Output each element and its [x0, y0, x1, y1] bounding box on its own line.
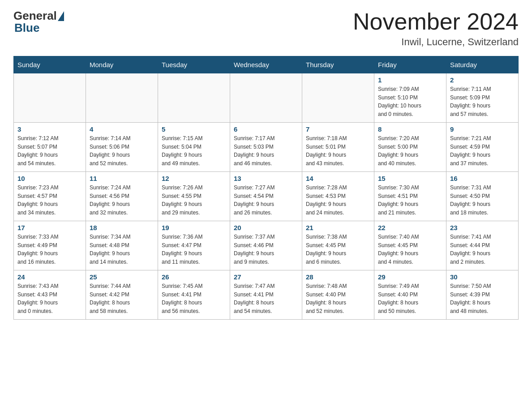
day-number: 12	[162, 175, 226, 182]
day-number: 22	[378, 224, 442, 231]
calendar-cell: 18Sunrise: 7:34 AMSunset: 4:48 PMDayligh…	[86, 221, 158, 270]
day-info: Sunrise: 7:50 AMSunset: 4:39 PMDaylight:…	[450, 282, 515, 315]
calendar-cell: 16Sunrise: 7:31 AMSunset: 4:50 PMDayligh…	[446, 172, 519, 221]
day-number: 8	[378, 125, 442, 133]
header-cell-wednesday: Wednesday	[230, 56, 302, 73]
calendar-cell: 4Sunrise: 7:14 AMSunset: 5:06 PMDaylight…	[86, 123, 158, 172]
calendar-row: 3Sunrise: 7:12 AMSunset: 5:07 PMDaylight…	[14, 123, 519, 172]
calendar-table: SundayMondayTuesdayWednesdayThursdayFrid…	[13, 56, 519, 320]
day-number: 20	[234, 224, 298, 231]
day-info: Sunrise: 7:40 AMSunset: 4:45 PMDaylight:…	[378, 233, 442, 266]
day-info: Sunrise: 7:49 AMSunset: 4:40 PMDaylight:…	[378, 282, 442, 315]
day-number: 14	[306, 175, 370, 182]
header-cell-tuesday: Tuesday	[158, 56, 230, 73]
location-title: Inwil, Lucerne, Switzerland	[353, 36, 519, 48]
day-info: Sunrise: 7:24 AMSunset: 4:56 PMDaylight:…	[90, 184, 154, 217]
day-info: Sunrise: 7:47 AMSunset: 4:41 PMDaylight:…	[234, 282, 298, 315]
header-cell-friday: Friday	[374, 56, 446, 73]
day-number: 30	[450, 273, 515, 281]
calendar-cell: 11Sunrise: 7:24 AMSunset: 4:56 PMDayligh…	[86, 172, 158, 221]
calendar-row: 10Sunrise: 7:23 AMSunset: 4:57 PMDayligh…	[14, 172, 519, 221]
calendar-cell: 1Sunrise: 7:09 AMSunset: 5:10 PMDaylight…	[374, 73, 446, 123]
calendar-cell: 14Sunrise: 7:28 AMSunset: 4:53 PMDayligh…	[302, 172, 374, 221]
calendar-cell: 24Sunrise: 7:43 AMSunset: 4:43 PMDayligh…	[14, 270, 86, 320]
header-cell-saturday: Saturday	[446, 56, 519, 73]
day-info: Sunrise: 7:37 AMSunset: 4:46 PMDaylight:…	[234, 233, 298, 266]
title-block: November 2024 Inwil, Lucerne, Switzerlan…	[353, 9, 519, 48]
day-info: Sunrise: 7:38 AMSunset: 4:45 PMDaylight:…	[306, 233, 370, 266]
calendar-cell: 8Sunrise: 7:20 AMSunset: 5:00 PMDaylight…	[374, 123, 446, 172]
day-number: 10	[17, 175, 82, 182]
calendar-cell: 22Sunrise: 7:40 AMSunset: 4:45 PMDayligh…	[374, 221, 446, 270]
day-number: 5	[162, 125, 226, 133]
day-number: 15	[378, 175, 442, 182]
day-info: Sunrise: 7:15 AMSunset: 5:04 PMDaylight:…	[162, 134, 226, 167]
day-number: 26	[162, 273, 226, 281]
day-info: Sunrise: 7:23 AMSunset: 4:57 PMDaylight:…	[17, 184, 82, 217]
day-number: 16	[450, 175, 515, 182]
day-info: Sunrise: 7:36 AMSunset: 4:47 PMDaylight:…	[162, 233, 226, 266]
calendar-cell: 25Sunrise: 7:44 AMSunset: 4:42 PMDayligh…	[86, 270, 158, 320]
logo: General Blue	[13, 9, 64, 35]
day-number: 25	[90, 273, 154, 281]
calendar-cell: 20Sunrise: 7:37 AMSunset: 4:46 PMDayligh…	[230, 221, 302, 270]
day-info: Sunrise: 7:30 AMSunset: 4:51 PMDaylight:…	[378, 184, 442, 217]
calendar-row: 1Sunrise: 7:09 AMSunset: 5:10 PMDaylight…	[14, 73, 519, 123]
day-number: 6	[234, 125, 298, 133]
day-info: Sunrise: 7:44 AMSunset: 4:42 PMDaylight:…	[90, 282, 154, 315]
day-number: 3	[17, 125, 82, 133]
day-info: Sunrise: 7:45 AMSunset: 4:41 PMDaylight:…	[162, 282, 226, 315]
calendar-cell: 19Sunrise: 7:36 AMSunset: 4:47 PMDayligh…	[158, 221, 230, 270]
calendar-cell: 6Sunrise: 7:17 AMSunset: 5:03 PMDaylight…	[230, 123, 302, 172]
calendar-cell: 2Sunrise: 7:11 AMSunset: 5:09 PMDaylight…	[446, 73, 519, 123]
calendar-cell: 7Sunrise: 7:18 AMSunset: 5:01 PMDaylight…	[302, 123, 374, 172]
day-info: Sunrise: 7:43 AMSunset: 4:43 PMDaylight:…	[17, 282, 82, 315]
logo-triangle-icon	[58, 11, 64, 21]
calendar-cell: 5Sunrise: 7:15 AMSunset: 5:04 PMDaylight…	[158, 123, 230, 172]
calendar-cell	[14, 73, 86, 123]
calendar-cell: 30Sunrise: 7:50 AMSunset: 4:39 PMDayligh…	[446, 270, 519, 320]
day-info: Sunrise: 7:18 AMSunset: 5:01 PMDaylight:…	[306, 134, 370, 167]
day-number: 23	[450, 224, 515, 231]
day-number: 28	[306, 273, 370, 281]
day-number: 29	[378, 273, 442, 281]
calendar-cell: 27Sunrise: 7:47 AMSunset: 4:41 PMDayligh…	[230, 270, 302, 320]
day-info: Sunrise: 7:12 AMSunset: 5:07 PMDaylight:…	[17, 134, 82, 167]
day-info: Sunrise: 7:17 AMSunset: 5:03 PMDaylight:…	[234, 134, 298, 167]
day-number: 13	[234, 175, 298, 182]
day-number: 24	[17, 273, 82, 281]
calendar-cell: 26Sunrise: 7:45 AMSunset: 4:41 PMDayligh…	[158, 270, 230, 320]
calendar-cell	[158, 73, 230, 123]
day-number: 27	[234, 273, 298, 281]
calendar-cell: 12Sunrise: 7:26 AMSunset: 4:55 PMDayligh…	[158, 172, 230, 221]
logo-blue-text: Blue	[13, 21, 39, 35]
day-number: 1	[378, 76, 442, 84]
calendar-body: 1Sunrise: 7:09 AMSunset: 5:10 PMDaylight…	[14, 73, 519, 320]
month-title: November 2024	[353, 9, 519, 34]
day-info: Sunrise: 7:26 AMSunset: 4:55 PMDaylight:…	[162, 184, 226, 217]
calendar-cell: 17Sunrise: 7:33 AMSunset: 4:49 PMDayligh…	[14, 221, 86, 270]
day-number: 9	[450, 125, 515, 133]
day-info: Sunrise: 7:31 AMSunset: 4:50 PMDaylight:…	[450, 184, 515, 217]
day-number: 4	[90, 125, 154, 133]
day-number: 17	[17, 224, 82, 231]
day-info: Sunrise: 7:33 AMSunset: 4:49 PMDaylight:…	[17, 233, 82, 266]
day-info: Sunrise: 7:21 AMSunset: 4:59 PMDaylight:…	[450, 134, 515, 167]
day-number: 2	[450, 76, 515, 84]
header-cell-sunday: Sunday	[14, 56, 86, 73]
day-info: Sunrise: 7:34 AMSunset: 4:48 PMDaylight:…	[90, 233, 154, 266]
day-info: Sunrise: 7:27 AMSunset: 4:54 PMDaylight:…	[234, 184, 298, 217]
day-info: Sunrise: 7:20 AMSunset: 5:00 PMDaylight:…	[378, 134, 442, 167]
calendar-cell: 23Sunrise: 7:41 AMSunset: 4:44 PMDayligh…	[446, 221, 519, 270]
page-header: General Blue November 2024 Inwil, Lucern…	[13, 9, 519, 48]
calendar-cell: 29Sunrise: 7:49 AMSunset: 4:40 PMDayligh…	[374, 270, 446, 320]
day-info: Sunrise: 7:41 AMSunset: 4:44 PMDaylight:…	[450, 233, 515, 266]
calendar-cell: 9Sunrise: 7:21 AMSunset: 4:59 PMDaylight…	[446, 123, 519, 172]
calendar-cell	[230, 73, 302, 123]
day-info: Sunrise: 7:14 AMSunset: 5:06 PMDaylight:…	[90, 134, 154, 167]
calendar-cell	[86, 73, 158, 123]
calendar-cell: 28Sunrise: 7:48 AMSunset: 4:40 PMDayligh…	[302, 270, 374, 320]
calendar-cell: 13Sunrise: 7:27 AMSunset: 4:54 PMDayligh…	[230, 172, 302, 221]
calendar-cell: 10Sunrise: 7:23 AMSunset: 4:57 PMDayligh…	[14, 172, 86, 221]
calendar-row: 17Sunrise: 7:33 AMSunset: 4:49 PMDayligh…	[14, 221, 519, 270]
